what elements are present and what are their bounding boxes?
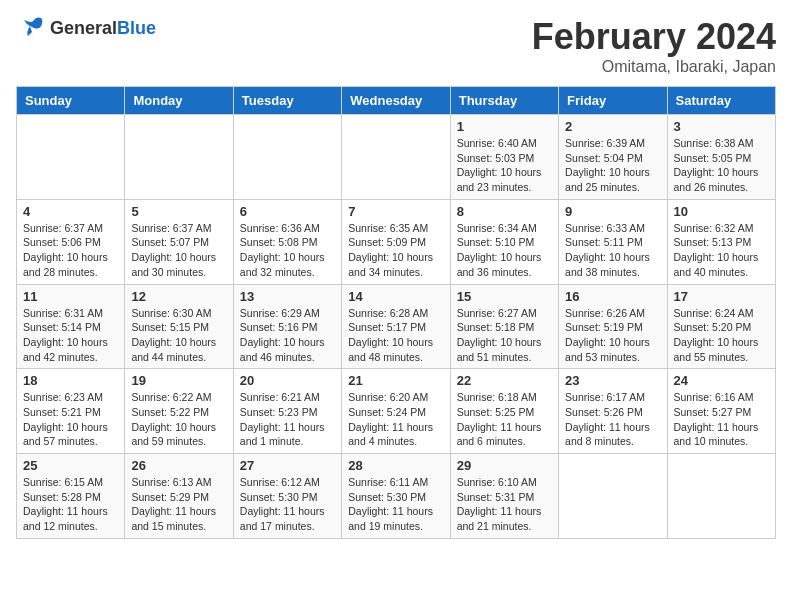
day-number: 2 [565,119,660,134]
weekday-header-saturday: Saturday [667,87,775,115]
calendar-cell: 3Sunrise: 6:38 AM Sunset: 5:05 PM Daylig… [667,115,775,200]
calendar-cell [125,115,233,200]
day-info: Sunrise: 6:24 AM Sunset: 5:20 PM Dayligh… [674,306,769,365]
calendar-cell [233,115,341,200]
day-number: 14 [348,289,443,304]
day-info: Sunrise: 6:32 AM Sunset: 5:13 PM Dayligh… [674,221,769,280]
day-number: 1 [457,119,552,134]
day-info: Sunrise: 6:18 AM Sunset: 5:25 PM Dayligh… [457,390,552,449]
day-info: Sunrise: 6:35 AM Sunset: 5:09 PM Dayligh… [348,221,443,280]
logo-text-general: General [50,18,117,38]
calendar-cell: 27Sunrise: 6:12 AM Sunset: 5:30 PM Dayli… [233,454,341,539]
calendar-cell [559,454,667,539]
weekday-header-sunday: Sunday [17,87,125,115]
calendar-cell: 26Sunrise: 6:13 AM Sunset: 5:29 PM Dayli… [125,454,233,539]
day-info: Sunrise: 6:16 AM Sunset: 5:27 PM Dayligh… [674,390,769,449]
day-info: Sunrise: 6:29 AM Sunset: 5:16 PM Dayligh… [240,306,335,365]
day-info: Sunrise: 6:38 AM Sunset: 5:05 PM Dayligh… [674,136,769,195]
day-info: Sunrise: 6:33 AM Sunset: 5:11 PM Dayligh… [565,221,660,280]
calendar-cell: 25Sunrise: 6:15 AM Sunset: 5:28 PM Dayli… [17,454,125,539]
weekday-header-tuesday: Tuesday [233,87,341,115]
day-number: 9 [565,204,660,219]
day-info: Sunrise: 6:22 AM Sunset: 5:22 PM Dayligh… [131,390,226,449]
calendar-cell: 8Sunrise: 6:34 AM Sunset: 5:10 PM Daylig… [450,199,558,284]
day-info: Sunrise: 6:26 AM Sunset: 5:19 PM Dayligh… [565,306,660,365]
page-header: GeneralBlue February 2024 Omitama, Ibara… [16,16,776,76]
calendar-cell [342,115,450,200]
day-number: 18 [23,373,118,388]
calendar-cell: 4Sunrise: 6:37 AM Sunset: 5:06 PM Daylig… [17,199,125,284]
weekday-header-monday: Monday [125,87,233,115]
day-number: 6 [240,204,335,219]
calendar-cell: 16Sunrise: 6:26 AM Sunset: 5:19 PM Dayli… [559,284,667,369]
day-info: Sunrise: 6:39 AM Sunset: 5:04 PM Dayligh… [565,136,660,195]
day-number: 15 [457,289,552,304]
day-info: Sunrise: 6:31 AM Sunset: 5:14 PM Dayligh… [23,306,118,365]
day-number: 21 [348,373,443,388]
calendar-cell: 22Sunrise: 6:18 AM Sunset: 5:25 PM Dayli… [450,369,558,454]
day-info: Sunrise: 6:15 AM Sunset: 5:28 PM Dayligh… [23,475,118,534]
day-info: Sunrise: 6:36 AM Sunset: 5:08 PM Dayligh… [240,221,335,280]
day-info: Sunrise: 6:17 AM Sunset: 5:26 PM Dayligh… [565,390,660,449]
calendar-cell: 19Sunrise: 6:22 AM Sunset: 5:22 PM Dayli… [125,369,233,454]
day-number: 12 [131,289,226,304]
title-block: February 2024 Omitama, Ibaraki, Japan [532,16,776,76]
day-number: 25 [23,458,118,473]
logo: GeneralBlue [16,16,156,40]
day-number: 17 [674,289,769,304]
location: Omitama, Ibaraki, Japan [532,58,776,76]
day-info: Sunrise: 6:34 AM Sunset: 5:10 PM Dayligh… [457,221,552,280]
week-row-2: 4Sunrise: 6:37 AM Sunset: 5:06 PM Daylig… [17,199,776,284]
calendar-table: SundayMondayTuesdayWednesdayThursdayFrid… [16,86,776,539]
day-info: Sunrise: 6:37 AM Sunset: 5:06 PM Dayligh… [23,221,118,280]
calendar-cell: 24Sunrise: 6:16 AM Sunset: 5:27 PM Dayli… [667,369,775,454]
calendar-cell: 21Sunrise: 6:20 AM Sunset: 5:24 PM Dayli… [342,369,450,454]
day-info: Sunrise: 6:27 AM Sunset: 5:18 PM Dayligh… [457,306,552,365]
calendar-cell [17,115,125,200]
calendar-cell: 9Sunrise: 6:33 AM Sunset: 5:11 PM Daylig… [559,199,667,284]
weekday-header-thursday: Thursday [450,87,558,115]
weekday-header-friday: Friday [559,87,667,115]
day-number: 10 [674,204,769,219]
week-row-5: 25Sunrise: 6:15 AM Sunset: 5:28 PM Dayli… [17,454,776,539]
calendar-cell: 20Sunrise: 6:21 AM Sunset: 5:23 PM Dayli… [233,369,341,454]
day-number: 11 [23,289,118,304]
day-number: 16 [565,289,660,304]
day-info: Sunrise: 6:10 AM Sunset: 5:31 PM Dayligh… [457,475,552,534]
calendar-cell: 7Sunrise: 6:35 AM Sunset: 5:09 PM Daylig… [342,199,450,284]
week-row-4: 18Sunrise: 6:23 AM Sunset: 5:21 PM Dayli… [17,369,776,454]
logo-bird-icon [16,16,46,40]
day-info: Sunrise: 6:21 AM Sunset: 5:23 PM Dayligh… [240,390,335,449]
calendar-cell: 23Sunrise: 6:17 AM Sunset: 5:26 PM Dayli… [559,369,667,454]
day-number: 13 [240,289,335,304]
day-number: 19 [131,373,226,388]
calendar-cell: 11Sunrise: 6:31 AM Sunset: 5:14 PM Dayli… [17,284,125,369]
calendar-cell: 10Sunrise: 6:32 AM Sunset: 5:13 PM Dayli… [667,199,775,284]
day-number: 29 [457,458,552,473]
calendar-cell: 13Sunrise: 6:29 AM Sunset: 5:16 PM Dayli… [233,284,341,369]
day-number: 8 [457,204,552,219]
calendar-cell: 12Sunrise: 6:30 AM Sunset: 5:15 PM Dayli… [125,284,233,369]
calendar-cell: 14Sunrise: 6:28 AM Sunset: 5:17 PM Dayli… [342,284,450,369]
day-number: 28 [348,458,443,473]
day-info: Sunrise: 6:40 AM Sunset: 5:03 PM Dayligh… [457,136,552,195]
day-number: 20 [240,373,335,388]
weekday-header-row: SundayMondayTuesdayWednesdayThursdayFrid… [17,87,776,115]
calendar-cell: 29Sunrise: 6:10 AM Sunset: 5:31 PM Dayli… [450,454,558,539]
day-number: 7 [348,204,443,219]
day-number: 22 [457,373,552,388]
day-info: Sunrise: 6:20 AM Sunset: 5:24 PM Dayligh… [348,390,443,449]
calendar-cell: 17Sunrise: 6:24 AM Sunset: 5:20 PM Dayli… [667,284,775,369]
day-number: 3 [674,119,769,134]
day-number: 26 [131,458,226,473]
day-number: 24 [674,373,769,388]
week-row-3: 11Sunrise: 6:31 AM Sunset: 5:14 PM Dayli… [17,284,776,369]
week-row-1: 1Sunrise: 6:40 AM Sunset: 5:03 PM Daylig… [17,115,776,200]
day-info: Sunrise: 6:12 AM Sunset: 5:30 PM Dayligh… [240,475,335,534]
day-info: Sunrise: 6:13 AM Sunset: 5:29 PM Dayligh… [131,475,226,534]
day-number: 5 [131,204,226,219]
calendar-cell: 5Sunrise: 6:37 AM Sunset: 5:07 PM Daylig… [125,199,233,284]
weekday-header-wednesday: Wednesday [342,87,450,115]
logo-text-blue: Blue [117,18,156,38]
calendar-cell [667,454,775,539]
